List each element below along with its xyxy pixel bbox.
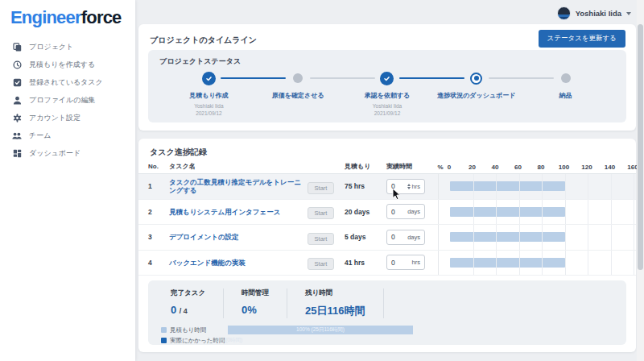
timeline-card-title: プロジェクトのタイムライン [150,35,257,46]
legend-label: 見積もり時間 [170,326,228,334]
avatar[interactable] [557,6,571,20]
table-row[interactable]: 2 見積もりシステム用インタフェース Start 20 days 0 days [138,200,636,226]
gridline [588,251,588,276]
logo-text-secondary: force [81,7,122,27]
summary-panel: 完了タスク 0 / 4 時間管理 0% 残り時間 25日116時間 見積もり時間… [148,280,626,345]
table-header-row: No. タスク名 見積もり 実績時間 % 0204060801001201401… [138,160,636,174]
gridline [588,225,588,250]
task-estimate: 75 hrs [345,182,386,190]
stepper-track [164,71,610,85]
start-button[interactable]: Start [308,207,334,219]
scrollbar-thumb[interactable] [638,24,643,270]
table-row[interactable]: 4 バックエンド機能の実装 Start 41 hrs 0 hrs [138,251,636,276]
actual-unit: hrs [412,259,420,266]
task-name-link[interactable]: 見積もりシステム用インタフェース [169,208,308,216]
col-header-actual: 実績時間 [386,162,438,171]
actual-value: 0 [391,182,406,190]
user-icon [12,95,22,105]
col-header-estimate: 見積もり [345,162,386,171]
actual-time-input[interactable]: 0 hrs [386,255,425,270]
sidebar-item-label: 見積もりを作成する [29,60,95,70]
update-status-button[interactable]: ステータスを更新する [539,30,625,48]
gridline [634,251,634,276]
estimate-time-bar: 100% (25日116時間) [228,326,413,334]
sidebar-nav: プロジェクト 見積もりを作成する 登録されているタスク プロファイルの編集 アカ… [0,38,135,162]
stat-total: / 4 [180,307,188,315]
task-progress-bar [450,207,565,217]
sidebar-item-account-settings[interactable]: アカウント設定 [0,109,135,127]
step-label: 原価を確定させる [254,91,343,100]
table-row[interactable]: 3 デプロイメントの設定 Start 5 days 0 days [138,225,636,251]
stat-label: 完了タスク [171,288,205,298]
estimate-bar-text: 100% (25日116時間) [296,326,345,334]
task-name-link[interactable]: タスクの工数見積り推定モデルをトレーニングする [169,178,308,194]
gear-icon [12,113,22,122]
gridline [496,200,497,225]
task-estimate: 41 hrs [345,259,386,267]
step-pending-dot-icon [561,73,571,83]
actual-value: 0 [391,208,406,216]
task-progress-chart-cell [438,251,636,276]
gridline [565,225,566,250]
axis-tick-label: 140 [605,163,615,170]
chevron-down-icon [626,12,631,15]
vertical-scrollbar[interactable] [637,0,644,361]
stat-label: 残り時間 [305,288,365,298]
sidebar: Engineerforce プロジェクト 見積もりを作成する 登録されているタス… [0,0,135,361]
sidebar-item-team[interactable]: チーム [0,127,135,144]
actual-time-input[interactable]: 0 days [386,230,425,245]
sidebar-item-label: ダッシュボード [29,148,80,159]
start-button[interactable]: Start [308,258,334,270]
table-row[interactable]: 1 タスクの工数見積り推定モデルをトレーニングする Start 75 hrs 0… [138,174,636,200]
gridline [496,174,497,199]
gridline [542,225,543,250]
sidebar-item-projects[interactable]: プロジェクト [0,38,135,56]
sidebar-item-edit-profile[interactable]: プロファイルの編集 [0,91,135,109]
step-pending-dot-icon [293,73,303,83]
copy-icon [12,42,22,52]
sidebar-item-registered-tasks[interactable]: 登録されているタスク [0,73,135,91]
legend-row-actual: 実際にかかった時間 0% (0時間) [161,336,626,345]
sidebar-item-dashboard[interactable]: ダッシュボード [0,144,135,162]
step-meta: Yoshiaki Iida2021/09/12 [164,102,254,118]
sidebar-item-create-estimate[interactable]: 見積もりを作成する [0,56,135,73]
step-done-check-icon [202,72,216,85]
step-label: 見積もり作成 [164,91,254,100]
stepper-labels: 見積もり作成 Yoshiaki Iida2021/09/12 原価を確定させる … [164,91,610,118]
step-done-check-icon [380,72,394,85]
gridline [496,225,497,250]
gridline [565,200,566,225]
start-button[interactable]: Start [308,182,334,194]
start-button[interactable]: Start [308,233,334,245]
task-name-link[interactable]: デプロイメントの設定 [169,233,308,241]
task-table: No. タスク名 見積もり 実績時間 % 0204060801001201401… [138,160,636,276]
gridline [588,200,588,225]
sidebar-item-label: プロジェクト [29,42,73,52]
stat-time-management: 時間管理 0% [224,288,287,318]
gridline [634,174,634,199]
actual-time-input[interactable]: 0 days [386,204,425,219]
gridline [611,174,612,199]
sidebar-item-label: アカウント設定 [29,113,80,123]
time-legend: 見積もり時間 100% (25日116時間) 実際にかかった時間 0% (0時間… [161,326,626,345]
task-name-link[interactable]: バックエンド機能の実装 [169,259,308,267]
actual-swatch-icon [161,338,167,343]
actual-unit: days [407,208,420,215]
gridline [634,225,634,250]
gridline [519,251,520,276]
task-no: 3 [148,233,169,241]
actual-time-input[interactable]: 0 hrs [386,179,425,194]
col-header-name: タスク名 [169,162,308,171]
sidebar-item-label: チーム [29,131,51,141]
project-status-panel: プロジェクトステータス 見積もり作成 Yoshiaki Iida2021/09/… [148,50,626,122]
task-progress-chart-cell [438,200,636,225]
task-estimate: 20 days [345,208,386,216]
stat-value: 0% [242,304,269,316]
user-menu[interactable]: Yoshiaki Iida [557,6,631,20]
task-check-icon [12,77,22,87]
task-progress-bar [450,232,565,242]
task-progress-chart-cell [438,225,636,250]
number-spinner-icon[interactable] [407,184,411,189]
gridline [588,174,588,199]
gridline [519,174,520,199]
